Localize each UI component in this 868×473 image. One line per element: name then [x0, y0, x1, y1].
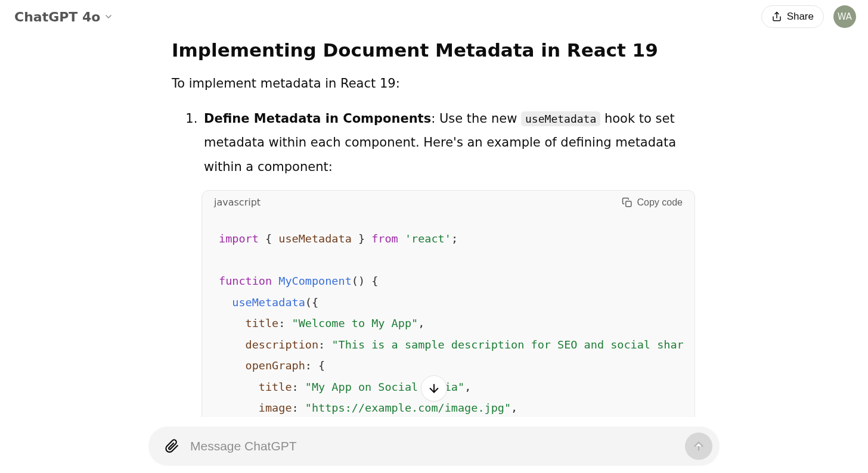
code-language-label: javascript [214, 197, 261, 208]
conversation-scroll[interactable]: Implementing Document Metadata in React … [0, 33, 868, 417]
chevron-down-icon [104, 12, 113, 21]
header-actions: Share WA [761, 5, 856, 28]
copy-icon [622, 197, 633, 208]
message-input[interactable] [182, 439, 685, 453]
composer-bar [148, 427, 720, 466]
avatar[interactable]: WA [833, 5, 856, 28]
copy-code-label: Copy code [637, 197, 683, 208]
copy-code-button[interactable]: Copy code [622, 197, 683, 208]
intro-text: To implement metadata in React 19: [172, 74, 696, 94]
attach-button[interactable] [162, 436, 182, 456]
model-label: ChatGPT 4o [14, 10, 100, 24]
step-text-1: : Use the new [431, 111, 521, 126]
arrow-up-icon [692, 440, 705, 453]
code-block: javascript Copy code import { useMetadat… [202, 190, 695, 417]
steps-list: Define Metadata in Components: Use the n… [172, 107, 696, 180]
step-item: Define Metadata in Components: Use the n… [202, 107, 696, 180]
section-heading: Implementing Document Metadata in React … [172, 39, 696, 61]
svg-rect-1 [625, 201, 631, 207]
scroll-to-bottom-button[interactable] [421, 375, 447, 402]
code-header: javascript Copy code [202, 191, 695, 214]
composer [148, 427, 720, 466]
assistant-message: Implementing Document Metadata in React … [172, 33, 696, 417]
share-label: Share [787, 11, 814, 23]
code-body: import { useMetadata } from 'react'; fun… [202, 214, 695, 417]
inline-code: useMetadata [521, 111, 600, 126]
send-button[interactable] [685, 432, 712, 460]
paperclip-icon [164, 438, 179, 454]
arrow-down-icon [427, 382, 441, 395]
avatar-initials: WA [838, 11, 852, 22]
model-selector[interactable]: ChatGPT 4o [8, 6, 119, 28]
share-icon [771, 11, 782, 22]
app-header: ChatGPT 4o Share WA [0, 0, 868, 33]
step-title-bold: Define Metadata in Components [204, 111, 431, 126]
share-button[interactable]: Share [761, 5, 824, 28]
